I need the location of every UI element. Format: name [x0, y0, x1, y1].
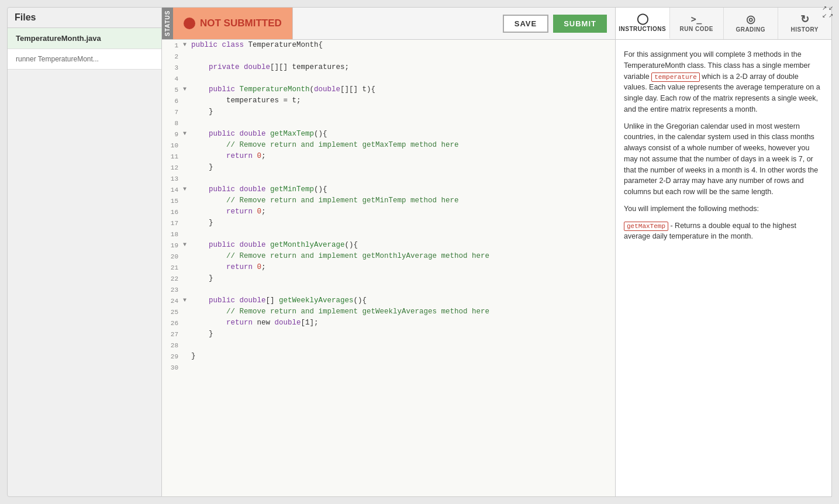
tab-run-code-label: RUN CODE [680, 26, 713, 32]
code-line-1: 1 ▼ public class TemperatureMonth{ [162, 40, 615, 51]
toolbar-buttons: SAVE SUBMIT [495, 8, 615, 39]
tab-instructions[interactable]: ◯ INSTRUCTIONS [616, 8, 670, 39]
code-line-19: 19 ▼ public double getMonthlyAverage(){ [162, 240, 615, 251]
code-line-3: 3 private double[][] temperatures; [162, 62, 615, 73]
code-line-5: 5 ▼ public TemperatureMonth(double[][] t… [162, 84, 615, 95]
code-line-17: 17 } [162, 218, 615, 229]
code-line-18: 18 [162, 229, 615, 240]
tab-grading-label: GRADING [736, 26, 765, 33]
code-line-16: 16 return 0; [162, 206, 615, 218]
code-line-8: 8 [162, 118, 615, 129]
shrink-icon[interactable]: ↙ ↗ [822, 12, 833, 19]
code-line-12: 12 } [162, 162, 615, 173]
code-line-4: 4 [162, 73, 615, 84]
instructions-para-1: For this assignment you will complete 3 … [624, 49, 823, 115]
files-sidebar: Files TemperatureMonth.java runner Tempe… [7, 7, 162, 497]
code-line-23: 23 [162, 284, 615, 295]
instructions-para-4: getMaxTemp - Returns a double equal to t… [624, 220, 823, 243]
file-item-runner-temperature-mont[interactable]: runner TemperatureMont... [8, 49, 161, 70]
files-header: Files [8, 8, 161, 28]
save-button[interactable]: SAVE [503, 15, 548, 33]
code-line-22: 22 } [162, 273, 615, 284]
not-submitted-badge: NOT SUBMITTED [173, 8, 293, 39]
main-layout: Files TemperatureMonth.java runner Tempe… [0, 0, 839, 504]
code-line-21: 21 return 0; [162, 262, 615, 273]
code-line-9: 9 ▼ public double getMaxTemp(){ [162, 129, 615, 140]
code-line-26: 26 return new double[1]; [162, 317, 615, 329]
editor-toolbar: STATUS NOT SUBMITTED SAVE SUBMIT [162, 8, 615, 40]
expand-icon[interactable]: ↗ ↙ [822, 5, 833, 11]
code-line-14: 14 ▼ public double getMinTemp(){ [162, 184, 615, 195]
tab-history-label: HISTORY [791, 26, 819, 33]
grading-icon: ◎ [746, 14, 756, 25]
code-line-13: 13 [162, 173, 615, 184]
code-line-11: 11 return 0; [162, 151, 615, 162]
code-line-10: 10 // Remove return and implement getMax… [162, 140, 615, 151]
not-submitted-icon [184, 18, 195, 29]
code-line-15: 15 // Remove return and implement getMin… [162, 195, 615, 206]
code-line-25: 25 // Remove return and implement getWee… [162, 306, 615, 317]
inline-code-getmaxtemp: getMaxTemp [624, 222, 668, 231]
code-editor[interactable]: 1 ▼ public class TemperatureMonth{ 2 3 p… [162, 40, 615, 496]
instructions-para-3: You will implement the following methods… [624, 203, 823, 215]
inline-code-temperature: temperature [651, 73, 700, 82]
code-line-20: 20 // Remove return and implement getMon… [162, 251, 615, 262]
submit-button[interactable]: SUBMIT [553, 15, 607, 33]
code-line-27: 27 } [162, 329, 615, 340]
history-icon: ↻ [800, 14, 810, 25]
code-line-30: 30 [162, 362, 615, 373]
not-submitted-label: NOT SUBMITTED [200, 18, 282, 29]
status-tab-label: STATUS [162, 8, 173, 39]
code-editor-panel: STATUS NOT SUBMITTED SAVE SUBMIT 1 ▼ pub… [162, 7, 616, 497]
resize-controls: ↗ ↙ ↙ ↗ [822, 5, 833, 19]
code-line-29: 29 } [162, 351, 615, 362]
right-panel: ◯ INSTRUCTIONS >_ RUN CODE ◎ GRADING ↻ H… [616, 7, 832, 497]
instructions-content: For this assignment you will complete 3 … [616, 40, 831, 496]
code-line-24: 24 ▼ public double[] getWeeklyAverages()… [162, 295, 615, 306]
tab-run-code[interactable]: >_ RUN CODE [670, 8, 724, 39]
code-line-2: 2 [162, 51, 615, 62]
code-line-6: 6 temperatures = t; [162, 95, 615, 106]
code-line-7: 7 } [162, 106, 615, 118]
code-line-28: 28 [162, 340, 615, 351]
tab-grading[interactable]: ◎ GRADING [724, 8, 778, 39]
right-panel-tabs: ◯ INSTRUCTIONS >_ RUN CODE ◎ GRADING ↻ H… [616, 8, 831, 40]
instructions-para-2: Unlike in the Gregorian calendar used in… [624, 121, 823, 198]
toolbar-spacer [293, 8, 495, 39]
run-code-icon: >_ [691, 15, 702, 24]
instructions-icon: ◯ [637, 13, 649, 24]
tab-instructions-label: INSTRUCTIONS [619, 26, 666, 32]
file-item-temperature-month-java[interactable]: TemperatureMonth.java [8, 28, 161, 49]
